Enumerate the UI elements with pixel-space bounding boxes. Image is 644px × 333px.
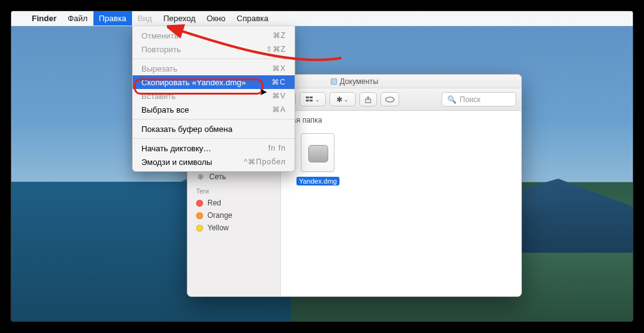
svg-rect-15 <box>310 96 313 98</box>
folder-icon <box>331 78 337 85</box>
svg-rect-16 <box>306 100 309 101</box>
action-button[interactable]: ✱⌄ <box>329 92 356 106</box>
dmg-icon <box>301 133 334 172</box>
menu-help[interactable]: Справка <box>231 11 274 26</box>
menubar: Finder Файл Правка Вид Переход Окно Спра… <box>11 11 633 26</box>
svg-rect-17 <box>310 100 313 101</box>
search-placeholder: Поиск <box>460 95 480 104</box>
menu-item-select-all[interactable]: Выбрать все⌘A <box>133 103 295 116</box>
arrange-button[interactable]: ⌄ <box>300 92 326 106</box>
sidebar-item-network[interactable]: ⊕Сеть <box>187 171 280 183</box>
menu-item-redo: Повторить⇧⌘Z <box>133 42 295 56</box>
cursor-icon: ➤ <box>259 86 267 98</box>
menu-edit[interactable]: Правка <box>93 11 132 26</box>
search-field[interactable]: 🔍 Поиск <box>442 92 516 106</box>
tag-icon <box>385 96 395 103</box>
menu-item-cut: Вырезать⌘X <box>133 62 295 75</box>
menu-view[interactable]: Вид <box>132 11 158 26</box>
svg-point-19 <box>386 97 394 102</box>
svg-rect-14 <box>306 96 309 98</box>
tags-button[interactable] <box>381 92 399 106</box>
menu-go[interactable]: Переход <box>158 11 201 26</box>
menu-file[interactable]: Файл <box>62 11 93 26</box>
tag-dot-icon <box>196 212 203 219</box>
app-menu[interactable]: Finder <box>26 11 62 26</box>
share-button[interactable] <box>359 92 377 106</box>
file-browser[interactable]: щая папка Yandex.dmg <box>281 111 521 296</box>
edit-menu-dropdown: Отменить⌘Z Повторить⇧⌘Z Вырезать⌘X Скопи… <box>132 26 295 172</box>
tag-dot-icon <box>196 225 203 232</box>
annotation-highlight <box>134 78 263 95</box>
sidebar-heading-tags: Теги <box>187 183 280 197</box>
tag-dot-icon <box>196 200 203 207</box>
search-icon: 🔍 <box>447 95 457 104</box>
network-icon: ⊕ <box>196 172 205 181</box>
file-item[interactable]: Yandex.dmg <box>296 133 339 186</box>
file-label: Yandex.dmg <box>296 177 339 185</box>
menu-window[interactable]: Окно <box>201 11 231 26</box>
sidebar-tag-red[interactable]: Red <box>187 197 280 209</box>
sidebar-tag-yellow[interactable]: Yellow <box>187 222 280 234</box>
sidebar-tag-orange[interactable]: Orange <box>187 209 280 222</box>
share-icon <box>364 96 372 103</box>
gear-icon: ✱ <box>336 95 343 104</box>
menu-item-undo: Отменить⌘Z <box>133 29 295 42</box>
window-title: Документы <box>340 77 379 86</box>
menu-item-dictation[interactable]: Начать диктовку…fn fn <box>133 141 295 155</box>
menu-item-show-clipboard[interactable]: Показать буфер обмена <box>133 122 295 136</box>
menu-item-emoji[interactable]: Эмодзи и символы^⌘Пробел <box>133 155 295 169</box>
